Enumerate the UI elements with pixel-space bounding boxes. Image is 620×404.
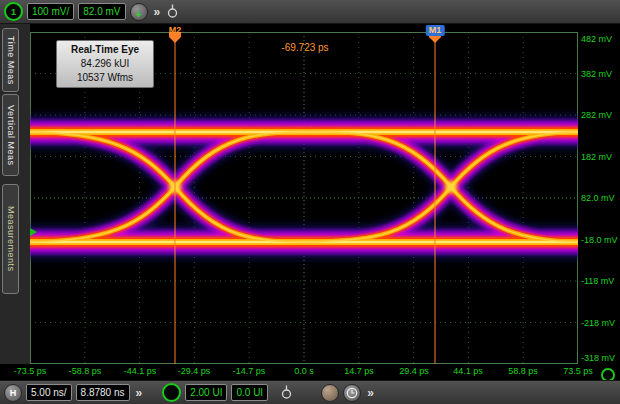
x-axis-label: -14.7 ps xyxy=(233,366,266,376)
y-axis-label: -18.0 mV xyxy=(581,235,618,245)
eye-scale-badge[interactable] xyxy=(162,383,181,402)
y-axis-label: 382 mV xyxy=(581,69,612,79)
eye-info-ui-count: 84.296 kUI xyxy=(57,57,153,71)
timebase-position-field[interactable]: 8.8780 ns xyxy=(76,384,130,401)
y-axis-label: 182 mV xyxy=(581,152,612,162)
x-axis-label: 73.5 ps xyxy=(563,366,593,376)
plus-icon: + xyxy=(135,8,141,20)
eye-info-box: Real-Time Eye 84.296 kUI 10537 Wfms xyxy=(56,40,154,88)
vertical-offset-field[interactable]: 82.0 mV xyxy=(78,3,125,20)
bottom-toolbar: H 5.00 ns/ 8.8780 ns » 2.00 UI 0.0 UI » xyxy=(0,380,620,404)
ui-scale-field[interactable]: 2.00 UI xyxy=(185,384,227,401)
x-axis-label: 44.1 ps xyxy=(453,366,483,376)
probe-icon[interactable] xyxy=(280,385,293,400)
ui-offset-field[interactable]: 0.0 UI xyxy=(231,384,268,401)
x-axis-label: 14.7 ps xyxy=(344,366,374,376)
marker-m1-label[interactable]: M1 xyxy=(426,25,445,36)
ground-level-icon xyxy=(30,228,37,236)
y-axis-label: -318 mV xyxy=(581,353,615,363)
x-axis-label: -29.4 ps xyxy=(178,366,211,376)
timebase-scale-field[interactable]: 5.00 ns/ xyxy=(26,384,72,401)
eye-info-wfm-count: 10537 Wfms xyxy=(57,71,153,85)
y-axis-label: 282 mV xyxy=(581,110,612,120)
horizontal-badge[interactable]: H xyxy=(4,384,22,402)
expand-chevron-icon[interactable]: » xyxy=(134,386,145,400)
clock-button[interactable] xyxy=(343,384,361,402)
tab-measurements[interactable]: Measurements xyxy=(2,184,19,294)
eye-info-title: Real-Time Eye xyxy=(57,43,153,57)
x-axis-label: -73.5 ps xyxy=(14,366,47,376)
top-toolbar: 1 100 mV/ 82.0 mV + » xyxy=(0,0,620,24)
add-button[interactable]: + xyxy=(130,3,148,21)
run-status-icon[interactable] xyxy=(321,384,339,402)
probe-icon[interactable] xyxy=(166,4,179,19)
marker-delta-readout: -69.723 ps xyxy=(281,42,328,53)
y-axis-label: -118 mV xyxy=(581,276,614,286)
x-axis-label: -44.1 ps xyxy=(124,366,157,376)
x-axis-label: -58.8 ps xyxy=(69,366,102,376)
vertical-scale-field[interactable]: 100 mV/ xyxy=(27,3,74,20)
y-axis-label: 482 mV xyxy=(581,34,612,44)
clock-icon xyxy=(346,387,358,399)
oscilloscope-app: 1 100 mV/ 82.0 mV + » Time Meas Vertical… xyxy=(0,0,620,404)
x-axis-label: 0.0 s xyxy=(294,366,314,376)
eye-diagram-plot[interactable]: Real-Time Eye 84.296 kUI 10537 Wfms -69.… xyxy=(30,32,578,364)
marker-m2-label[interactable]: M2 xyxy=(169,25,182,36)
expand-chevron-icon[interactable]: » xyxy=(152,5,163,19)
expand-chevron-icon[interactable]: » xyxy=(365,386,376,400)
channel-1-badge[interactable]: 1 xyxy=(4,2,23,21)
x-axis-label: 58.8 ps xyxy=(508,366,538,376)
y-axis-label: 82.0 mV xyxy=(581,193,615,203)
left-tab-rail: Time Meas Vertical Meas Measurements xyxy=(0,24,30,364)
tab-time-meas[interactable]: Time Meas xyxy=(2,28,19,92)
tab-vertical-meas[interactable]: Vertical Meas xyxy=(2,94,19,176)
x-axis-label: 29.4 ps xyxy=(399,366,429,376)
y-axis-label: -218 mV xyxy=(581,318,615,328)
